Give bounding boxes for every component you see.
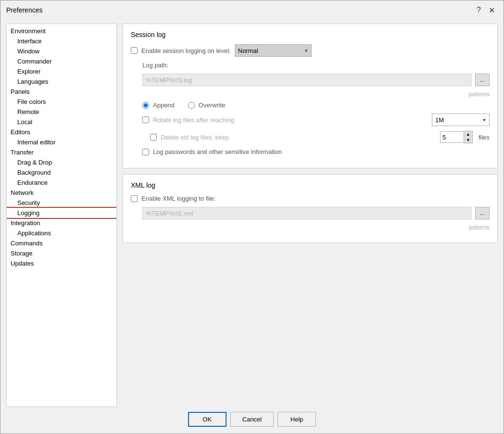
sensitive-row: Log passwords and other sensitive inform… [131,148,490,155]
enable-xml-log-checkbox[interactable] [131,195,138,202]
overwrite-label[interactable]: Overwrite [199,102,226,109]
delete-spinbox: ▲ ▼ [440,131,473,143]
xml-log-title: XML log [131,181,490,189]
delete-count-input[interactable] [440,131,464,143]
sidebar-item-internal-editor[interactable]: Internal editor [7,137,116,147]
help-footer-button[interactable]: Help [277,412,316,427]
append-label[interactable]: Append [153,102,175,109]
close-button[interactable]: ✕ [486,5,498,16]
sidebar-item-commander[interactable]: Commander [7,56,116,66]
xml-log-path-input[interactable] [142,207,471,219]
session-log-patterns-link[interactable]: patterns [131,91,490,98]
sidebar-item-remote[interactable]: Remote [7,107,116,117]
log-path-input[interactable] [142,74,471,86]
enable-session-log-row: Enable session logging on level: NormalD… [131,44,490,57]
xml-log-path-browse-button[interactable]: ... [475,207,490,219]
help-button[interactable]: ? [474,5,484,15]
enable-session-log-checkbox[interactable] [131,47,138,54]
append-overwrite-row: Append Overwrite [131,102,490,109]
sidebar-item-transfer[interactable]: Transfer [7,147,116,157]
dialog-title: Preferences [6,6,42,14]
sensitive-label[interactable]: Log passwords and other sensitive inform… [153,148,282,155]
rotate-checkbox[interactable] [142,116,149,123]
sidebar-item-editors[interactable]: Editors [7,127,116,137]
dialog-footer: OK Cancel Help [0,407,504,434]
sidebar-item-panels[interactable]: Panels [7,87,116,97]
session-log-title: Session log [131,31,490,38]
spinbox-up-button[interactable]: ▲ [464,131,472,137]
delete-row: Delete old log files, keep ▲ ▼ files [131,131,490,143]
xml-log-patterns-link[interactable]: patterns [131,224,490,231]
preferences-dialog: Preferences ? ✕ EnvironmentInterfaceWind… [0,0,504,434]
log-level-dropdown[interactable]: NormalDebug 1Debug 2 [235,44,312,57]
enable-xml-log-row: Enable XML logging to file: [131,195,490,202]
xml-log-path-row: ... [131,207,490,219]
xml-log-section: XML log Enable XML logging to file: ... … [123,174,498,243]
sidebar-item-languages[interactable]: Languages [7,77,116,87]
dialog-body: EnvironmentInterfaceWindowCommanderExplo… [0,20,504,407]
ok-button[interactable]: OK [188,412,227,427]
delete-checkbox[interactable] [150,134,157,140]
sidebar-item-updates[interactable]: Updates [7,258,116,268]
spinbox-down-button[interactable]: ▼ [464,137,472,143]
sidebar-item-storage[interactable]: Storage [7,248,116,258]
cancel-button[interactable]: Cancel [230,412,274,427]
sidebar: EnvironmentInterfaceWindowCommanderExplo… [6,24,117,407]
log-path-input-row: ... [131,74,490,86]
rotate-size-dropdown[interactable]: 1M5M10M50M100M [432,114,490,126]
xml-patterns-row: patterns [131,224,490,231]
sidebar-item-commands[interactable]: Commands [7,238,116,248]
sidebar-item-background[interactable]: Background [7,167,116,178]
rotate-label[interactable]: Rotate log files after reaching [153,116,234,124]
main-content: Session log Enable session logging on le… [123,24,498,407]
sidebar-item-interface[interactable]: Interface [7,36,116,46]
title-bar: Preferences ? ✕ [0,0,504,20]
log-path-row: Log path: [131,62,490,69]
sidebar-item-drag-drop[interactable]: Drag & Drop [7,157,116,167]
sensitive-checkbox[interactable] [142,149,149,155]
rotate-size-dropdown-wrapper: 1M5M10M50M100M ▼ [432,114,490,126]
sidebar-item-window[interactable]: Window [7,46,116,56]
log-level-dropdown-wrapper: NormalDebug 1Debug 2 ▼ [235,44,312,57]
delete-label[interactable]: Delete old log files, keep [161,134,229,141]
enable-session-log-label[interactable]: Enable session logging on level: [141,47,231,54]
sidebar-item-logging[interactable]: Logging [7,208,116,218]
patterns-row: patterns [131,91,490,98]
title-bar-controls: ? ✕ [474,5,498,16]
append-radio[interactable] [142,102,149,109]
sidebar-item-integration[interactable]: Integration [7,218,116,228]
rotate-row: Rotate log files after reaching 1M5M10M5… [131,114,490,126]
session-log-section: Session log Enable session logging on le… [123,24,498,168]
files-label: files [479,134,490,141]
sidebar-item-network[interactable]: Network [7,188,116,198]
sidebar-item-endurance[interactable]: Endurance [7,178,116,188]
sidebar-item-local[interactable]: Local [7,117,116,127]
log-path-browse-button[interactable]: ... [475,74,490,86]
log-path-label: Log path: [142,62,171,69]
enable-xml-log-label[interactable]: Enable XML logging to file: [141,195,215,202]
sidebar-item-explorer[interactable]: Explorer [7,66,116,77]
sidebar-item-applications[interactable]: Applications [7,228,116,238]
overwrite-radio[interactable] [188,102,195,109]
sidebar-item-file-colors[interactable]: File colors [7,97,116,107]
spinbox-buttons: ▲ ▼ [464,131,473,143]
sidebar-item-security[interactable]: Security [7,198,116,208]
sidebar-item-environment[interactable]: Environment [7,26,116,36]
